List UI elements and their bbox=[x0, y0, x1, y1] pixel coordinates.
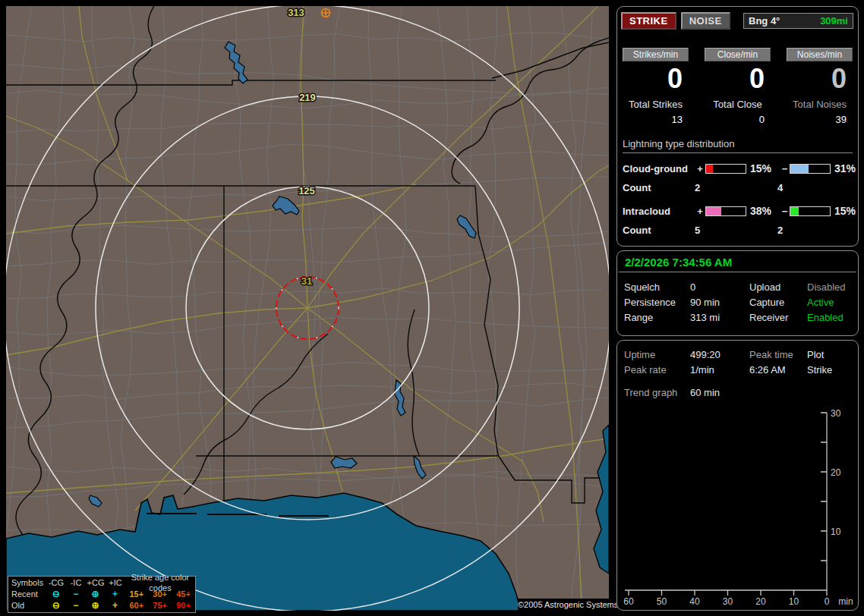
strike-symbol-pcg-icon bbox=[321, 8, 330, 17]
trend-window-value: 60 min bbox=[690, 387, 749, 398]
capture-status: Active bbox=[807, 297, 851, 308]
bearing-range-value: 309mi bbox=[820, 15, 848, 27]
legend-header-row: Symbols -CG -IC +CG +IC Strike age color… bbox=[8, 577, 195, 588]
minus-sign: − bbox=[780, 163, 790, 174]
upload-label: Upload bbox=[749, 281, 807, 293]
peak-rate-row: Peak rate 1/min 6:26 AM Strike bbox=[617, 362, 858, 377]
cg-positive-count: 2 bbox=[695, 182, 777, 193]
squelch-value: 0 bbox=[690, 281, 749, 293]
ic-negative-bar bbox=[790, 206, 831, 216]
intracloud-label: Intracloud bbox=[623, 206, 695, 217]
lightning-distribution: Lightning type distribution Cloud-ground… bbox=[623, 138, 853, 238]
ring-label-219: 219 bbox=[299, 92, 316, 103]
age-90: 90+ bbox=[172, 600, 195, 611]
counter-columns: Strikes/min 0 Total Strikes 13 Close/min… bbox=[623, 48, 853, 125]
neg-cg-old-icon: ⊖ bbox=[46, 600, 66, 611]
strikes-per-min-button[interactable]: Strikes/min bbox=[623, 48, 689, 61]
legend-old-row: Old ⊖ − ⊕ + 60+ 75+ 90+ bbox=[8, 599, 195, 611]
lightning-map[interactable]: 313 219 125 31 Symbols -CG -IC +CG +IC S… bbox=[6, 6, 609, 611]
cg-negative-pct: 31% bbox=[831, 162, 856, 174]
ring-label-31: 31 bbox=[301, 275, 312, 287]
peak-time-value: 6:26 AM bbox=[749, 364, 807, 376]
strike-mode-button[interactable]: STRIKE bbox=[621, 12, 676, 30]
count-label: Count bbox=[623, 225, 695, 236]
sidebar: STRIKE NOISE Bng 4° 309mi Strikes/min 0 … bbox=[616, 6, 860, 611]
peak-time-label: Peak time bbox=[749, 349, 807, 360]
peak-rate-value: 1/min bbox=[690, 364, 749, 376]
peak-rate-label: Peak rate bbox=[624, 364, 690, 376]
status-row-2: Persistence 90 min Capture Active bbox=[617, 294, 858, 310]
age-15: 15+ bbox=[125, 589, 148, 599]
intracloud-count-row: Count 5 2 bbox=[623, 222, 853, 238]
noises-column: Noises/min 0 Total Noises 39 bbox=[787, 48, 853, 125]
bearing-value: Bng 4° bbox=[749, 15, 780, 27]
pos-ic-old-icon: + bbox=[105, 600, 125, 611]
close-per-min-button[interactable]: Close/min bbox=[705, 48, 771, 61]
age-60: 60+ bbox=[125, 600, 148, 611]
noises-per-min-button[interactable]: Noises/min bbox=[787, 48, 853, 61]
datetime-display: 2/2/2026 7:34:56 AM bbox=[619, 251, 856, 272]
counters-panel: STRIKE NOISE Bng 4° 309mi Strikes/min 0 … bbox=[616, 6, 859, 247]
noise-mode-button[interactable]: NOISE bbox=[681, 12, 730, 30]
pos-ic-recent-icon: + bbox=[105, 589, 125, 599]
x-tick-50: 50 bbox=[657, 596, 667, 607]
age-75: 75+ bbox=[148, 600, 172, 611]
minus-sign: − bbox=[780, 206, 790, 217]
strikes-per-min-value: 0 bbox=[623, 64, 689, 94]
x-tick-20: 20 bbox=[755, 596, 766, 607]
cg-positive-pct: 15% bbox=[746, 162, 780, 174]
intracloud-row: Intracloud + 38% − 15% bbox=[623, 202, 853, 220]
trend-panel: Uptime 499:20 Peak time Plot Peak rate 1… bbox=[616, 340, 859, 611]
total-close-label: Total Close bbox=[705, 99, 771, 110]
x-tick-40: 40 bbox=[689, 596, 700, 607]
neg-ic-old-icon: − bbox=[66, 600, 86, 611]
x-tick-60: 60 bbox=[623, 596, 634, 607]
capture-label: Capture bbox=[749, 297, 807, 308]
squelch-label: Squelch bbox=[624, 281, 690, 293]
neg-ic-recent-icon: − bbox=[66, 589, 86, 599]
plus-sign: + bbox=[695, 163, 705, 174]
strikes-column: Strikes/min 0 Total Strikes 13 bbox=[623, 48, 689, 125]
close-column: Close/min 0 Total Close 0 bbox=[705, 48, 771, 125]
map-canvas: 313 219 125 31 bbox=[6, 6, 609, 611]
cloud-ground-count-row: Count 2 4 bbox=[623, 179, 853, 196]
plot-label: Plot bbox=[807, 349, 851, 360]
close-per-min-value: 0 bbox=[705, 64, 771, 94]
ic-negative-pct: 15% bbox=[831, 205, 856, 217]
ring-label-125: 125 bbox=[298, 185, 315, 196]
ic-positive-pct: 38% bbox=[746, 205, 780, 217]
y-tick-30: 30 bbox=[831, 408, 841, 419]
noises-per-min-value: 0 bbox=[787, 64, 853, 94]
cloud-ground-label: Cloud-ground bbox=[623, 163, 695, 174]
trend-axes bbox=[625, 413, 827, 596]
distribution-title: Lightning type distribution bbox=[623, 138, 853, 153]
receiver-status: Enabled bbox=[807, 312, 851, 323]
status-row-1: Squelch 0 Upload Disabled bbox=[617, 279, 858, 294]
status-panel: 2/2/2026 7:34:56 AM Squelch 0 Upload Dis… bbox=[616, 250, 859, 336]
age-30: 30+ bbox=[148, 589, 172, 599]
legend-recent-label: Recent bbox=[11, 589, 46, 599]
uptime-label: Uptime bbox=[624, 349, 690, 360]
trend-graph-row: Trend graph 60 min bbox=[617, 385, 858, 400]
legend-col-neg-cg: -CG bbox=[46, 577, 66, 588]
receiver-label: Receiver bbox=[749, 312, 807, 323]
x-tick-30: 30 bbox=[723, 596, 733, 607]
total-noises-label: Total Noises bbox=[787, 99, 853, 110]
persistence-label: Persistence bbox=[624, 297, 690, 308]
x-unit-label: min bbox=[838, 596, 853, 607]
range-value: 313 mi bbox=[690, 312, 749, 323]
legend-col-pos-ic: +IC bbox=[106, 577, 125, 588]
age-45: 45+ bbox=[172, 589, 195, 599]
count-label: Count bbox=[623, 182, 695, 193]
pos-cg-old-icon: ⊕ bbox=[86, 600, 106, 611]
x-tick-0: 0 bbox=[825, 596, 830, 607]
uptime-row: Uptime 499:20 Peak time Plot bbox=[617, 347, 858, 362]
ic-positive-bar bbox=[705, 206, 746, 216]
upload-status: Disabled bbox=[807, 281, 851, 293]
total-strikes-value: 13 bbox=[623, 114, 689, 125]
bearing-display: Bng 4° 309mi bbox=[743, 13, 853, 29]
y-tick-20: 20 bbox=[831, 467, 841, 478]
ic-negative-count: 2 bbox=[777, 225, 853, 236]
map-legend: Symbols -CG -IC +CG +IC Strike age color… bbox=[8, 576, 196, 613]
legend-col-pos-cg: +CG bbox=[86, 577, 106, 588]
